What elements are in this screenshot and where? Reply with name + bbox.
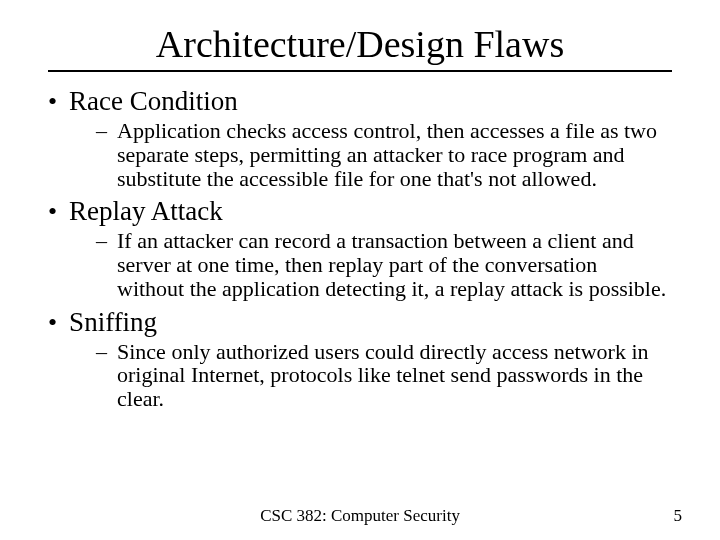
sub-item: – Application checks access control, the… [96, 119, 668, 190]
page-number: 5 [674, 506, 683, 526]
sub-marker: – [96, 340, 107, 364]
title-rule [48, 70, 672, 72]
bullet-marker: • [48, 199, 57, 225]
footer-text: CSC 382: Computer Security [0, 506, 720, 526]
sub-text: Application checks access control, then … [117, 119, 668, 190]
slide-title: Architecture/Design Flaws [42, 22, 678, 66]
bullet-item: • Sniffing [48, 307, 678, 338]
bullet-marker: • [48, 310, 57, 336]
bullet-item: • Race Condition [48, 86, 678, 117]
bullet-label: Race Condition [69, 86, 238, 117]
bullet-label: Replay Attack [69, 196, 223, 227]
bullet-item: • Replay Attack [48, 196, 678, 227]
sub-text: Since only authorized users could direct… [117, 340, 668, 411]
sub-marker: – [96, 119, 107, 143]
sub-item: – If an attacker can record a transactio… [96, 229, 668, 300]
sub-item: – Since only authorized users could dire… [96, 340, 668, 411]
bullet-label: Sniffing [69, 307, 157, 338]
sub-text: If an attacker can record a transaction … [117, 229, 668, 300]
sub-marker: – [96, 229, 107, 253]
bullet-marker: • [48, 89, 57, 115]
